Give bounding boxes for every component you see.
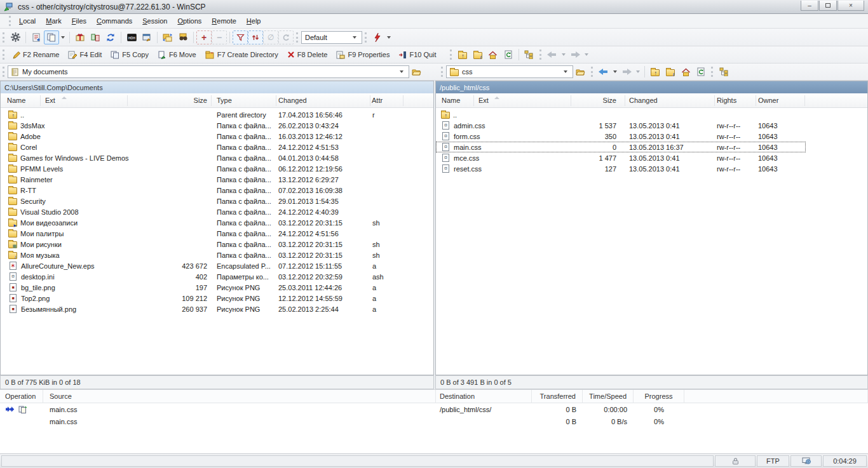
col-operation[interactable]: Operation [0,390,43,403]
file-row[interactable]: bg_tile.png197Рисунок PNG25.03.2011 12:4… [1,282,433,293]
file-row[interactable]: admin.css1 53713.05.2013 0:41rw-r--r--10… [436,120,806,131]
toolbar-grip[interactable] [3,67,4,77]
col-type[interactable]: Type [217,97,232,104]
col-size[interactable]: Size [159,97,207,104]
file-row[interactable]: SecurityПапка с файла...29.01.2013 1:54:… [1,196,433,206]
local-home-icon[interactable] [485,48,501,62]
create-directory-button[interactable]: * F7 Create Directory [201,48,283,62]
synchronize-browsing-icon[interactable] [160,30,175,44]
move-button[interactable]: F6 Move [153,48,201,62]
local-path-bar[interactable]: C:\Users\Still.Comp\Documents [1,81,433,93]
col-transferred[interactable]: Transferred [532,390,583,403]
toolbar-grip[interactable] [365,32,367,43]
queue-row[interactable]: main.css0 B0 B/s0% [0,415,868,427]
col-name[interactable]: Name [442,97,460,104]
file-row[interactable]: .. [436,109,806,120]
menu-mark[interactable]: Mark [41,15,66,27]
toolbar-grip[interactable] [3,32,4,43]
col-source[interactable]: Source [43,390,436,403]
protocol-cell[interactable]: FTP [757,455,789,467]
session-dropdown-icon[interactable] [61,36,65,39]
file-row[interactable]: Моя музыкаПапка с файла...03.12.2012 20:… [1,250,433,260]
sort-icon[interactable] [248,30,263,44]
preferences-icon[interactable] [8,30,23,44]
close-button[interactable]: × [837,1,864,11]
file-row[interactable]: R-TTПапка с файла...07.02.2013 16:09:38 [1,185,433,196]
delete-button[interactable]: F8 Delete [283,48,332,62]
file-row[interactable]: Top2.png109 212Рисунок PNG12.12.2012 14:… [1,293,433,304]
local-tree-icon[interactable] [522,48,537,62]
menu-commands[interactable]: Commands [92,15,137,27]
col-changed[interactable]: Changed [629,97,658,104]
edit-button[interactable]: F4 Edit [64,48,106,62]
col-attr[interactable]: Attr [372,97,383,104]
remote-root-directory-icon[interactable] [663,65,678,79]
encryption-cell[interactable] [715,455,756,467]
maximize-button[interactable] [819,1,837,11]
menu-remote[interactable]: Remote [207,15,241,27]
col-owner[interactable]: Owner [758,97,778,104]
file-row[interactable]: Games for Windows - LIVE DemosПапка с фа… [1,152,433,163]
remote-back-icon[interactable] [596,65,611,79]
file-row[interactable]: Мои рисункиПапка с файла...03.12.2012 20… [1,239,433,250]
local-refresh-icon[interactable] [501,48,516,62]
toolbar-grip[interactable] [450,50,452,60]
transfer-settings-combo[interactable]: Default [301,31,362,44]
minimize-button[interactable]: – [801,1,818,11]
file-row[interactable]: PFMM LevelsПапка с файла...06.12.2012 12… [1,163,433,174]
synchronize-dropdown-icon[interactable] [387,36,391,39]
file-row[interactable]: main.css013.05.2013 16:37rw-r--r--10643 [436,142,806,152]
file-row[interactable]: AdobeПапка с файла...16.03.2013 12:46:12 [1,131,433,142]
col-progress[interactable]: Progress [634,390,684,403]
remove-filter-icon[interactable]: − [212,30,227,44]
local-address-combo[interactable]: My documents [8,65,409,78]
col-ext[interactable]: Ext [45,97,55,104]
toolbar-grip[interactable] [296,32,298,43]
console-icon[interactable]: HOH [124,30,139,44]
col-name[interactable]: Name [7,97,25,104]
remote-forward-icon[interactable] [619,65,634,79]
package-icon[interactable] [72,30,88,44]
menu-help[interactable]: Help [241,15,266,27]
remote-path-bar[interactable]: /public_html/css [436,81,867,93]
remote-home-icon[interactable] [678,65,693,79]
col-destination[interactable]: Destination [436,390,532,403]
new-session-icon[interactable] [29,30,44,44]
file-row[interactable]: reset.css12713.05.2013 0:41rw-r--r--1064… [436,163,806,174]
rename-button[interactable]: F2 Rename [8,48,64,62]
add-filter-icon[interactable]: + [196,30,212,44]
local-forward-icon[interactable] [567,48,583,62]
local-up-directory-icon[interactable] [455,48,470,62]
connection-cell[interactable] [790,455,822,467]
remote-tree-icon[interactable] [716,65,731,79]
file-row[interactable]: 3dsMaxПапка с файла...26.02.2013 0:43:24 [1,120,433,131]
toolbar-grip[interactable] [591,67,593,77]
remote-open-directory-icon[interactable] [573,65,588,79]
remote-up-directory-icon[interactable] [648,65,663,79]
queue-row[interactable]: main.css/public_html/css/0 B0:00:000% [0,403,868,415]
local-forward-dropdown-icon[interactable] [585,53,588,56]
file-row[interactable]: RainmeterПапка с файла...13.12.2012 6:29… [1,174,433,185]
col-changed[interactable]: Changed [278,97,307,104]
col-size[interactable]: Size [569,97,616,104]
putty-icon[interactable] [139,30,154,44]
col-ext[interactable]: Ext [478,97,489,104]
file-row[interactable]: mce.css1 47713.05.2013 0:41rw-r--r--1064… [436,152,806,163]
toolbar-grip[interactable] [711,67,713,77]
remote-refresh-icon[interactable] [693,65,709,79]
menu-options[interactable]: Options [172,15,207,27]
file-row[interactable]: ..Parent directory17.04.2013 16:56:46r [1,109,433,120]
remote-back-dropdown-icon[interactable] [613,70,617,73]
reload-filter-icon[interactable] [278,30,294,44]
remote-address-combo[interactable]: css [446,65,573,78]
no-filter-icon[interactable]: ∅ [263,30,278,44]
local-root-directory-icon[interactable] [470,48,485,62]
file-row[interactable]: Безымянный.png260 937Рисунок PNG25.02.20… [1,304,433,314]
file-row[interactable]: CorelПапка с файла...24.12.2012 4:51:53 [1,142,433,152]
file-row[interactable]: Мои палитрыПапка с файла...24.12.2012 4:… [1,228,433,239]
toolbar-grip[interactable] [539,50,541,60]
local-back-dropdown-icon[interactable] [562,53,566,56]
file-row[interactable]: AllureCouture_New.eps423 672Encapsulated… [1,260,433,271]
toolbar-grip[interactable] [441,67,443,77]
properties-button[interactable]: F9 Properties [332,48,394,62]
